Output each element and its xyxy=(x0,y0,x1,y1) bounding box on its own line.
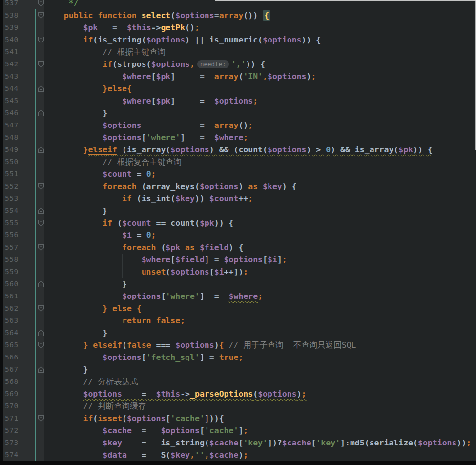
code-text[interactable]: public function select($options=array())… xyxy=(44,9,270,21)
line-number[interactable]: 558 xyxy=(5,254,24,266)
code-text[interactable]: */ xyxy=(44,0,79,9)
code-text[interactable]: if (is_int($key)) $count++; xyxy=(44,192,253,205)
code-text[interactable]: $cache = $options['cache']; xyxy=(44,424,248,437)
line-number[interactable]: 543 xyxy=(5,70,24,83)
code-text[interactable]: $where[$pk] = array('IN',$options); xyxy=(44,70,316,83)
code-text[interactable]: $count = 0; xyxy=(44,168,156,180)
line-number[interactable]: 557 xyxy=(5,241,24,254)
line-number[interactable]: 541 xyxy=(5,46,24,58)
fold-region-end-icon[interactable] xyxy=(38,109,44,117)
code-token: ) && (count( xyxy=(209,145,268,154)
code-text[interactable]: // 判断查询缓存 xyxy=(44,400,146,412)
line-number[interactable]: 565 xyxy=(5,339,24,351)
fold-region-start-icon[interactable] xyxy=(38,0,44,7)
line-number[interactable]: 538 xyxy=(5,9,24,21)
code-text[interactable]: unset($options[$i++]); xyxy=(44,266,248,278)
code-text[interactable]: if(is_string($options) || is_numeric($op… xyxy=(44,34,321,46)
fold-region-start-icon[interactable] xyxy=(38,305,44,312)
line-number[interactable]: 548 xyxy=(5,131,24,144)
fold-region-start-icon[interactable] xyxy=(38,341,44,349)
code-text[interactable]: $options = $this->_parseOptions($options… xyxy=(44,388,307,400)
code-text[interactable]: } xyxy=(44,278,127,290)
code-token xyxy=(44,389,83,399)
line-number[interactable]: 556 xyxy=(5,229,24,241)
line-number[interactable]: 545 xyxy=(5,95,24,107)
fold-region-end-icon[interactable] xyxy=(38,146,44,153)
line-number[interactable]: 567 xyxy=(5,363,24,376)
code-text[interactable]: // 根据复合主键查询 xyxy=(44,156,182,168)
fold-region-start-icon[interactable] xyxy=(38,12,44,19)
fold-region-start-icon[interactable] xyxy=(38,36,44,43)
code-text[interactable]: $options['where'] = $where; xyxy=(44,131,248,144)
code-text[interactable]: $options['fetch_sql'] = true; xyxy=(44,351,243,363)
code-text[interactable]: if(isset($options['cache'])){ xyxy=(44,412,224,424)
line-number[interactable]: 561 xyxy=(5,290,24,302)
code-text[interactable]: } xyxy=(44,205,107,217)
line-number[interactable]: 570 xyxy=(5,400,24,412)
code-text[interactable]: $i = 0; xyxy=(44,229,156,241)
fold-region-start-icon[interactable] xyxy=(38,183,44,190)
code-text[interactable]: } xyxy=(44,107,107,119)
line-number[interactable]: 540 xyxy=(5,34,24,46)
code-token: )) { xyxy=(413,145,433,154)
line-number[interactable]: 554 xyxy=(5,205,24,217)
code-token: $cache xyxy=(44,426,132,435)
code-token: $options xyxy=(263,35,301,44)
line-number[interactable]: 569 xyxy=(5,388,24,400)
line-number[interactable]: 574 xyxy=(5,449,24,461)
line-number[interactable]: 544 xyxy=(5,83,24,95)
line-number[interactable]: 571 xyxy=(5,412,24,424)
code-text[interactable]: } else { xyxy=(44,302,142,315)
line-number[interactable]: 553 xyxy=(5,192,24,205)
code-text[interactable]: }elseif (is_array($options) && (count($o… xyxy=(44,144,433,156)
code-text[interactable]: foreach ($pk as $field) { xyxy=(44,241,243,254)
line-number[interactable]: 546 xyxy=(5,107,24,119)
line-number[interactable]: 559 xyxy=(5,266,24,278)
code-text[interactable]: if(strpos($options,needle:',')) { xyxy=(44,58,265,70)
fold-region-start-icon[interactable] xyxy=(38,61,44,68)
line-number[interactable]: 563 xyxy=(5,315,24,327)
fold-region-start-icon[interactable] xyxy=(38,219,44,227)
code-token: $options xyxy=(258,389,296,399)
line-number[interactable]: 566 xyxy=(5,351,24,363)
line-number[interactable]: 539 xyxy=(5,21,24,34)
code-text[interactable]: // 分析表达式 xyxy=(44,376,138,388)
fold-region-end-icon[interactable] xyxy=(38,280,44,288)
line-number[interactable]: 552 xyxy=(5,180,24,192)
line-number[interactable]: 549 xyxy=(5,144,24,156)
fold-region-start-icon[interactable] xyxy=(38,415,44,422)
line-number[interactable]: 572 xyxy=(5,424,24,437)
line-number[interactable]: 560 xyxy=(5,278,24,290)
fold-region-end-icon[interactable] xyxy=(38,329,44,337)
code-text[interactable]: foreach (array_keys($options) as $key) { xyxy=(44,180,297,192)
fold-region-end-icon[interactable] xyxy=(38,85,44,92)
line-number[interactable]: 555 xyxy=(5,217,24,229)
code-text[interactable]: $key = is_string($cache['key'])?$cache['… xyxy=(44,437,471,449)
code-token: ) xyxy=(238,182,248,191)
code-text[interactable]: $options = array(); xyxy=(44,119,253,131)
code-text[interactable]: $data = S($key,'',$cache); xyxy=(44,449,248,461)
fold-region-start-icon[interactable] xyxy=(38,244,44,251)
fold-region-end-icon[interactable] xyxy=(38,366,44,373)
code-text[interactable]: } xyxy=(44,327,107,339)
line-number[interactable]: 550 xyxy=(5,156,24,168)
line-number[interactable]: 564 xyxy=(5,327,24,339)
code-text[interactable]: } elseif(false === $options){ // 用于子查询 不… xyxy=(44,339,356,351)
code-text[interactable]: $options['where'] = $where; xyxy=(44,290,263,302)
code-text[interactable]: } xyxy=(44,363,88,376)
code-text[interactable]: $where[$pk] = $options; xyxy=(44,95,258,107)
line-number[interactable]: 568 xyxy=(5,376,24,388)
code-text[interactable]: // 根据主键查询 xyxy=(44,46,166,58)
code-text[interactable]: }else{ xyxy=(44,83,132,95)
line-number[interactable]: 562 xyxy=(5,302,24,315)
code-text[interactable]: $pk = $this->getPk(); xyxy=(44,21,200,34)
line-number[interactable]: 573 xyxy=(5,437,24,449)
fold-region-end-icon[interactable] xyxy=(38,207,44,214)
line-number[interactable]: 542 xyxy=(5,58,24,70)
line-number[interactable]: 537 xyxy=(5,0,24,9)
code-text[interactable]: $where[$field] = $options[$i]; xyxy=(44,254,287,266)
code-text[interactable]: return false; xyxy=(44,315,185,327)
line-number[interactable]: 551 xyxy=(5,168,24,180)
line-number[interactable]: 547 xyxy=(5,119,24,131)
code-text[interactable]: if ($count == count($pk)) { xyxy=(44,217,233,229)
